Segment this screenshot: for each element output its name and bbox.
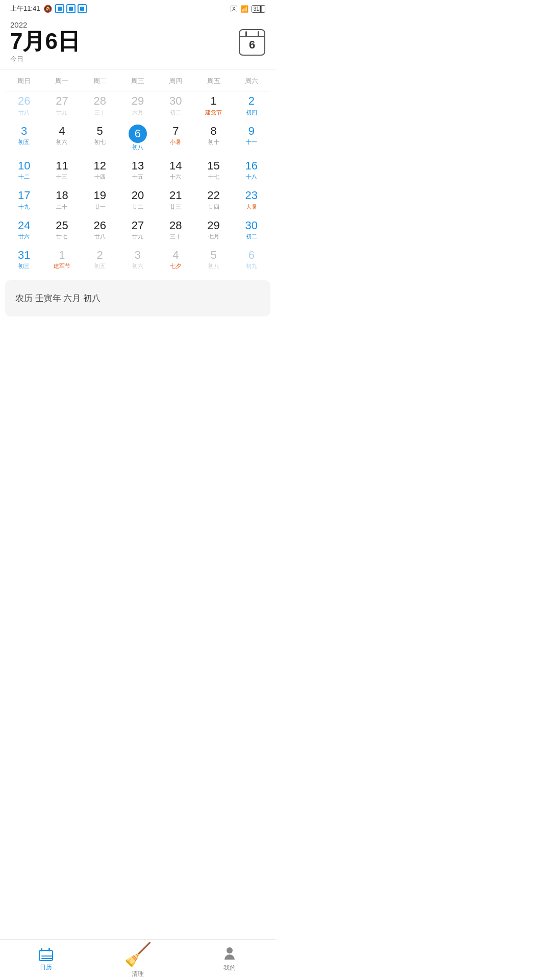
day-number: 13 xyxy=(132,159,144,173)
day-cell[interactable]: 6初九 xyxy=(233,246,270,273)
day-number: 26 xyxy=(93,219,106,232)
day-lunar: 廿六 xyxy=(18,233,30,240)
day-number: 3 xyxy=(21,125,27,138)
weekday-mon: 周一 xyxy=(43,75,81,88)
day-cell[interactable]: 1建军节 xyxy=(43,246,81,273)
day-lunar: 初三 xyxy=(18,262,30,270)
pin-right xyxy=(258,31,259,36)
day-cell[interactable]: 30初二 xyxy=(233,216,270,243)
day-cell[interactable]: 6初八 xyxy=(119,121,157,154)
day-cell[interactable]: 5初七 xyxy=(81,121,119,154)
day-number: 2 xyxy=(248,94,255,108)
day-lunar: 建党节 xyxy=(205,109,222,116)
day-lunar: 大暑 xyxy=(246,203,257,211)
day-cell[interactable]: 5初八 xyxy=(194,246,232,273)
day-cell[interactable]: 22廿四 xyxy=(194,186,232,213)
day-number: 29 xyxy=(132,94,144,108)
day-cell[interactable]: 28三十 xyxy=(81,91,119,119)
day-cell[interactable]: 24廿六 xyxy=(5,216,43,243)
weekday-sat: 周六 xyxy=(233,75,270,88)
day-lunar: 七夕 xyxy=(170,262,181,270)
day-number: 11 xyxy=(56,159,68,173)
info-card: 农历 壬寅年 六月 初八 xyxy=(5,280,270,316)
day-cell[interactable]: 30初二 xyxy=(157,91,194,119)
weekday-wed: 周三 xyxy=(119,75,157,88)
day-lunar: 六月 xyxy=(132,109,143,116)
day-lunar: 初二 xyxy=(170,109,181,116)
weekday-row: 周日 周一 周二 周三 周四 周五 周六 xyxy=(5,75,270,88)
day-cell[interactable]: 2初五 xyxy=(81,246,119,273)
day-number: 19 xyxy=(93,189,106,202)
day-number: 10 xyxy=(18,159,30,173)
day-cell[interactable]: 25廿七 xyxy=(43,216,81,243)
day-lunar: 建军节 xyxy=(54,262,70,270)
day-cell[interactable]: 11十三 xyxy=(43,156,81,184)
day-number: 4 xyxy=(59,125,65,138)
day-lunar: 廿九 xyxy=(132,233,143,240)
day-cell[interactable]: 21廿三 xyxy=(157,186,194,213)
day-lunar: 廿八 xyxy=(94,233,106,240)
calendar-section: 周日 周一 周二 周三 周四 周五 周六 26廿八27廿九28三十29六月30初… xyxy=(0,75,276,273)
day-cell[interactable]: 28三十 xyxy=(157,216,194,243)
day-cell[interactable]: 31初三 xyxy=(5,246,43,273)
day-cell[interactable]: 20廿二 xyxy=(119,186,157,213)
app-icon-3 xyxy=(78,4,87,13)
weekday-sun: 周日 xyxy=(5,75,43,88)
day-cell[interactable]: 4七夕 xyxy=(157,246,194,273)
day-number: 22 xyxy=(207,189,219,202)
day-lunar: 十五 xyxy=(132,173,143,181)
day-cell[interactable]: 26廿八 xyxy=(81,216,119,243)
day-cell[interactable]: 7小暑 xyxy=(157,121,194,154)
day-cell[interactable]: 13十五 xyxy=(119,156,157,184)
day-lunar: 初六 xyxy=(56,138,67,146)
day-cell[interactable]: 23大暑 xyxy=(233,186,270,213)
day-lunar: 初二 xyxy=(246,233,257,240)
day-number: 24 xyxy=(18,219,30,232)
day-cell[interactable]: 8初十 xyxy=(194,121,232,154)
day-lunar: 二十 xyxy=(56,203,67,211)
calendar-icon-top xyxy=(240,33,264,37)
weekday-thu: 周四 xyxy=(157,75,194,88)
day-lunar: 初九 xyxy=(246,262,257,270)
day-number: 15 xyxy=(207,159,219,173)
day-lunar: 三十 xyxy=(94,109,106,116)
day-cell[interactable]: 15十七 xyxy=(194,156,232,184)
day-cell[interactable]: 18二十 xyxy=(43,186,81,213)
day-cell[interactable]: 9十一 xyxy=(233,121,270,154)
sim-icon: X xyxy=(231,6,237,12)
day-cell[interactable]: 3初六 xyxy=(119,246,157,273)
day-number: 17 xyxy=(18,189,30,202)
day-cell[interactable]: 29六月 xyxy=(119,91,157,119)
day-cell[interactable]: 14十六 xyxy=(157,156,194,184)
today-button[interactable]: 6 xyxy=(239,29,265,56)
day-cell[interactable]: 27廿九 xyxy=(119,216,157,243)
day-number: 12 xyxy=(93,159,106,173)
day-lunar: 初四 xyxy=(246,109,257,116)
calendar-header: 2022 7月6日 今日 6 xyxy=(0,15,276,69)
day-lunar: 廿八 xyxy=(18,109,30,116)
day-cell[interactable]: 29七月 xyxy=(194,216,232,243)
day-cell[interactable]: 3初五 xyxy=(5,121,43,154)
day-cell[interactable]: 16十八 xyxy=(233,156,270,184)
day-number: 18 xyxy=(56,189,68,202)
day-number: 5 xyxy=(97,125,103,138)
day-cell[interactable]: 1建党节 xyxy=(194,91,232,119)
day-cell[interactable]: 2初四 xyxy=(233,91,270,119)
day-number: 25 xyxy=(56,219,68,232)
day-lunar: 十一 xyxy=(246,138,257,146)
day-cell[interactable]: 17十九 xyxy=(5,186,43,213)
day-number: 3 xyxy=(135,249,141,262)
day-number: 9 xyxy=(248,125,255,138)
day-lunar: 初八 xyxy=(132,143,143,151)
day-cell[interactable]: 27廿九 xyxy=(43,91,81,119)
day-cell[interactable]: 10十二 xyxy=(5,156,43,184)
day-lunar: 初七 xyxy=(94,138,106,146)
day-cell[interactable]: 4初六 xyxy=(43,121,81,154)
day-lunar: 十九 xyxy=(18,203,30,211)
day-cell[interactable]: 19廿一 xyxy=(81,186,119,213)
day-lunar: 初十 xyxy=(208,138,219,146)
day-cell[interactable]: 26廿八 xyxy=(5,91,43,119)
day-number: 5 xyxy=(210,249,216,262)
day-lunar: 廿二 xyxy=(132,203,143,211)
day-cell[interactable]: 12十四 xyxy=(81,156,119,184)
